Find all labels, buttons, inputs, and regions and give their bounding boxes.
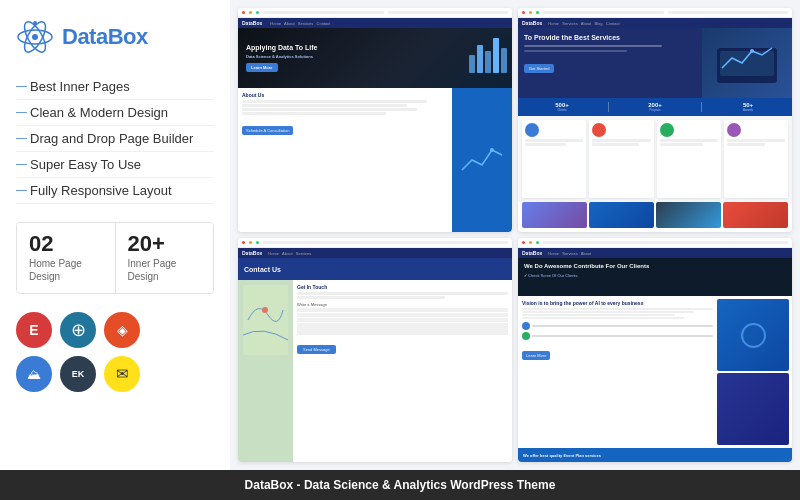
sc3-hero-text: To Provide the Best Services xyxy=(524,34,696,42)
svg-rect-6 xyxy=(243,285,288,355)
logo-text: DataBox xyxy=(62,24,148,50)
main-content: DataBox Best Inner Pages Clean & Modern … xyxy=(0,0,800,470)
feature-item-1: Best Inner Pages xyxy=(16,74,214,100)
stat-label-2: Inner Page Design xyxy=(128,257,202,283)
stat-number-2: 20+ xyxy=(128,233,202,255)
feature-item-2: Clean & Modern Design xyxy=(16,100,214,126)
logo-data: Data xyxy=(62,24,108,49)
screenshot-main-hero: DataBox Home Services About Blog Contact… xyxy=(518,8,792,232)
sc3-nav xyxy=(518,8,792,18)
footer-text: DataBox - Data Science & Analytics WordP… xyxy=(245,478,556,492)
sc1-hero: Applying Data To Life Data Science & Ana… xyxy=(238,28,512,88)
codeigniter-icon: ◈ xyxy=(104,312,140,348)
stat-label-1: Home Page Design xyxy=(29,257,103,283)
svg-point-7 xyxy=(262,307,268,313)
screenshot-services: DataBox Home Services About We Do Awesom… xyxy=(518,238,792,462)
sc4-hero-text: We Do Awesome Contribute For Our Clients xyxy=(524,263,786,271)
logo-icon xyxy=(16,18,54,56)
logo-area: DataBox xyxy=(16,18,214,56)
sc2-nav xyxy=(238,238,512,248)
stats-row: 02 Home Page Design 20+ Inner Page Desig… xyxy=(16,222,214,294)
elementor-icon: E xyxy=(16,312,52,348)
stat-homepage: 02 Home Page Design xyxy=(17,223,116,293)
screenshot-collage: DataBox Home About Services Contact Appl… xyxy=(230,0,800,470)
feature-item-5: Fully Responsive Layout xyxy=(16,178,214,204)
stat-number-1: 02 xyxy=(29,233,103,255)
footer: DataBox - Data Science & Analytics WordP… xyxy=(0,470,800,500)
ek-icon: EK xyxy=(60,356,96,392)
plugin-icon-grid: E ⊕ ◈ ⛰ EK ✉ xyxy=(16,312,214,392)
screenshot-about-us: DataBox Home About Services Contact Appl… xyxy=(238,8,512,232)
sc3-stats-bar: 500+ Clients 200+ Projects 50+ Awards xyxy=(518,98,792,116)
stat-innerpage: 20+ Inner Page Design xyxy=(116,223,214,293)
svg-point-5 xyxy=(490,148,494,152)
svg-point-10 xyxy=(750,49,754,53)
svg-point-3 xyxy=(32,34,38,40)
sc1-nav xyxy=(238,8,512,18)
screenshot-contact: DataBox Home About Services Contact Us xyxy=(238,238,512,462)
mountain-icon: ⛰ xyxy=(16,356,52,392)
sc4-nav xyxy=(518,238,792,248)
svg-point-4 xyxy=(33,21,37,25)
sc1-hero-text: Applying Data To Life xyxy=(246,44,317,52)
feature-item-3: Drag and Drop Page Builder xyxy=(16,126,214,152)
sc2-hero-text: Contact Us xyxy=(244,266,281,273)
feature-list: Best Inner Pages Clean & Modern Design D… xyxy=(16,74,214,204)
wordpress-icon: ⊕ xyxy=(60,312,96,348)
svg-rect-9 xyxy=(720,51,774,76)
logo-box: Box xyxy=(108,24,148,49)
left-panel: DataBox Best Inner Pages Clean & Modern … xyxy=(0,0,230,470)
feature-item-4: Super Easy To Use xyxy=(16,152,214,178)
footer-title: DataBox - Data Science & Analytics WordP… xyxy=(245,478,556,492)
mailchimp-icon: ✉ xyxy=(104,356,140,392)
